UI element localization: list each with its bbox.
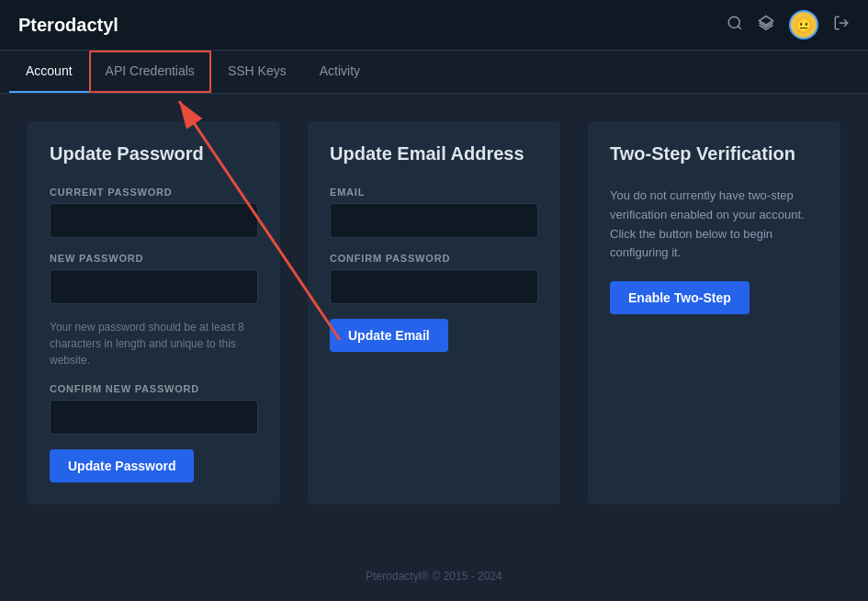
avatar[interactable]: 😐 bbox=[789, 10, 818, 40]
app-logo: Pterodactyl bbox=[18, 15, 118, 36]
update-email-card: Update Email Address EMAIL CONFIRM PASSW… bbox=[308, 121, 560, 505]
confirm-password-input[interactable] bbox=[330, 269, 538, 304]
two-step-title: Two-Step Verification bbox=[610, 143, 818, 164]
page-wrapper: Pterodactyl 😐 bbox=[0, 0, 868, 601]
new-password-field: NEW PASSWORD Your new password should be… bbox=[50, 253, 258, 369]
email-label: EMAIL bbox=[330, 187, 538, 198]
layers-icon[interactable] bbox=[758, 15, 774, 36]
svg-point-0 bbox=[728, 17, 739, 28]
update-password-button[interactable]: Update Password bbox=[50, 449, 194, 482]
confirm-new-password-field: CONFIRM NEW PASSWORD bbox=[50, 383, 258, 449]
header-icons: 😐 bbox=[727, 10, 850, 40]
tab-activity[interactable]: Activity bbox=[303, 51, 377, 93]
current-password-label: CURRENT PASSWORD bbox=[50, 187, 258, 198]
current-password-field: CURRENT PASSWORD bbox=[50, 187, 258, 253]
header: Pterodactyl 😐 bbox=[0, 0, 868, 51]
new-password-label: NEW PASSWORD bbox=[50, 253, 258, 264]
confirm-new-password-input[interactable] bbox=[50, 400, 258, 435]
tab-ssh-keys[interactable]: SSH Keys bbox=[211, 51, 303, 93]
search-icon[interactable] bbox=[727, 15, 743, 36]
logout-icon[interactable] bbox=[833, 15, 850, 36]
current-password-input[interactable] bbox=[50, 203, 258, 238]
email-input[interactable] bbox=[330, 203, 538, 238]
tab-api-credentials[interactable]: API Credentials bbox=[89, 51, 211, 93]
update-password-card: Update Password CURRENT PASSWORD NEW PAS… bbox=[28, 121, 280, 505]
svg-line-1 bbox=[738, 26, 740, 28]
confirm-password-field: CONFIRM PASSWORD bbox=[330, 253, 538, 319]
tab-account[interactable]: Account bbox=[9, 51, 89, 93]
update-email-button[interactable]: Update Email bbox=[330, 319, 448, 352]
new-password-hint: Your new password should be at least 8 c… bbox=[50, 319, 258, 369]
update-password-title: Update Password bbox=[50, 143, 258, 164]
two-step-description: You do not currently have two-step verif… bbox=[610, 187, 818, 263]
main-content: Update Password CURRENT PASSWORD NEW PAS… bbox=[0, 94, 868, 523]
new-password-input[interactable] bbox=[50, 269, 258, 304]
footer: Pterodactyl® © 2015 - 2024 bbox=[0, 561, 868, 592]
enable-two-step-button[interactable]: Enable Two-Step bbox=[610, 281, 750, 314]
footer-text: Pterodactyl® © 2015 - 2024 bbox=[366, 570, 502, 583]
tab-bar: Account API Credentials SSH Keys Activit… bbox=[0, 51, 868, 94]
email-field: EMAIL bbox=[330, 187, 538, 253]
update-email-title: Update Email Address bbox=[330, 143, 538, 164]
confirm-password-label: CONFIRM PASSWORD bbox=[330, 253, 538, 264]
two-step-card: Two-Step Verification You do not current… bbox=[588, 121, 840, 505]
confirm-new-password-label: CONFIRM NEW PASSWORD bbox=[50, 383, 258, 394]
